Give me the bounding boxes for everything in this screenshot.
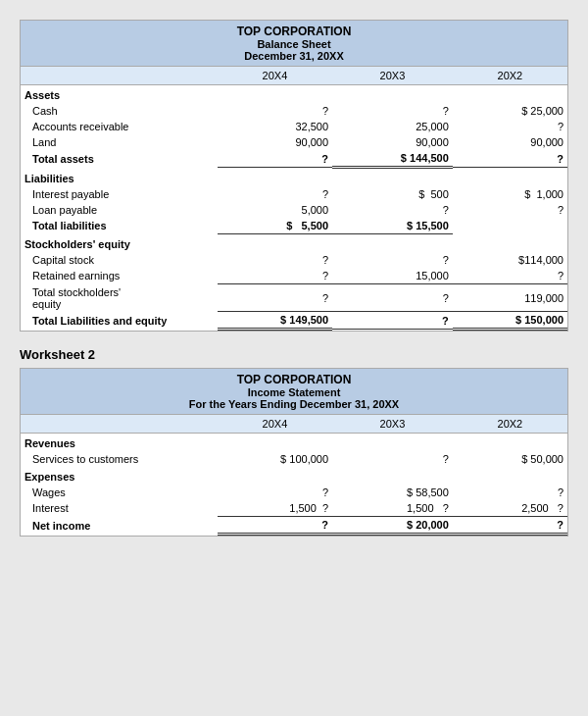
liabilities-header-row: Liabilities xyxy=(21,168,567,187)
balance-sheet-container: TOP CORPORATION Balance Sheet December 3… xyxy=(20,20,568,332)
income-statement-header: TOP CORPORATION Income Statement For the… xyxy=(21,369,567,414)
net-income-row: Net income ? $ 20,000 ? xyxy=(21,517,567,535)
interest-row: Interest 1,500 ? 1,500 ? 2,500 ? xyxy=(21,500,567,517)
land-label: Land xyxy=(21,134,218,150)
ar-20x2: ? xyxy=(453,119,567,134)
ar-label: Accounts receivable xyxy=(21,119,218,134)
liabilities-header-label: Liabilities xyxy=(21,168,567,187)
interest-label: Interest xyxy=(21,500,218,517)
balance-sheet-header: TOP CORPORATION Balance Sheet December 3… xyxy=(21,21,567,66)
land-20x3: 90,000 xyxy=(332,134,453,150)
total-equity-20x3: ? xyxy=(332,284,453,312)
equity-header-row: Stockholders' equity xyxy=(21,234,567,253)
retained-earnings-row: Retained earnings ? 15,000 ? xyxy=(21,268,567,284)
ar-row: Accounts receivable 32,500 25,000 ? xyxy=(21,119,567,134)
capital-stock-row: Capital stock ? ? $114,000 xyxy=(21,252,567,268)
capital-stock-label: Capital stock xyxy=(21,252,218,268)
bs-col-20x4: 20X4 xyxy=(218,67,332,85)
loan-payable-20x2: ? xyxy=(453,202,567,218)
land-20x4: 90,000 xyxy=(218,134,332,150)
bs-title: Balance Sheet xyxy=(23,38,565,50)
total-liabilities-label: Total liabilities xyxy=(21,218,218,234)
loan-payable-label: Loan payable xyxy=(21,202,218,218)
interest-payable-row: Interest payable ? $ 500 $ 1,000 xyxy=(21,186,567,202)
services-label: Services to customers xyxy=(21,451,218,467)
total-assets-20x2: ? xyxy=(453,150,567,168)
revenues-header-label: Revenues xyxy=(21,434,567,452)
income-statement-container: TOP CORPORATION Income Statement For the… xyxy=(20,368,568,537)
cash-row: Cash ? ? $ 25,000 xyxy=(21,103,567,119)
services-row: Services to customers $ 100,000 ? $ 50,0… xyxy=(21,451,567,467)
land-row: Land 90,000 90,000 90,000 xyxy=(21,134,567,150)
net-income-20x2: ? xyxy=(453,517,567,535)
total-liabilities-20x3: $ 15,500 xyxy=(332,218,453,234)
interest-20x2: 2,500 ? xyxy=(453,500,567,517)
wages-20x2: ? xyxy=(453,485,567,500)
ar-20x4: 32,500 xyxy=(218,119,332,134)
loan-payable-20x4: 5,000 xyxy=(218,202,332,218)
total-equity-label: Total stockholders'equity xyxy=(21,284,218,312)
is-col-20x2: 20X2 xyxy=(453,415,567,434)
total-assets-20x3: $ 144,500 xyxy=(332,150,453,168)
wages-row: Wages ? $ 58,500 ? xyxy=(21,485,567,500)
interest-20x3: 1,500 ? xyxy=(332,500,453,517)
total-liabilities-equity-label: Total Liabilities and equity xyxy=(21,312,218,330)
total-liabilities-20x4: $ 5,500 xyxy=(218,218,332,234)
land-20x2: 90,000 xyxy=(453,134,567,150)
services-20x4: $ 100,000 xyxy=(218,451,332,467)
bs-col-20x2: 20X2 xyxy=(453,67,567,85)
is-col-empty xyxy=(21,415,218,434)
total-liabilities-equity-row: Total Liabilities and equity $ 149,500 ?… xyxy=(21,312,567,330)
bs-date: December 31, 20XX xyxy=(23,50,565,62)
balance-sheet-table: 20X4 20X3 20X2 Assets Cash ? ? $ 25,000 … xyxy=(21,66,567,331)
net-income-20x4: ? xyxy=(218,517,332,535)
total-equity-20x4: ? xyxy=(218,284,332,312)
total-assets-row: Total assets ? $ 144,500 ? xyxy=(21,150,567,168)
services-20x3: ? xyxy=(332,451,453,467)
bs-column-headers: 20X4 20X3 20X2 xyxy=(21,67,567,85)
cash-20x2: $ 25,000 xyxy=(453,103,567,119)
cash-20x4: ? xyxy=(218,103,332,119)
total-le-20x4: $ 149,500 xyxy=(218,312,332,330)
interest-payable-20x4: ? xyxy=(218,186,332,202)
bs-col-20x3: 20X3 xyxy=(332,67,453,85)
assets-header-row: Assets xyxy=(21,85,567,104)
services-20x2: $ 50,000 xyxy=(453,451,567,467)
interest-payable-20x3: $ 500 xyxy=(332,186,453,202)
wages-label: Wages xyxy=(21,485,218,500)
is-col-20x3: 20X3 xyxy=(332,415,453,434)
interest-payable-label: Interest payable xyxy=(21,186,218,202)
revenues-header-row: Revenues xyxy=(21,434,567,452)
is-company: TOP CORPORATION xyxy=(23,373,565,386)
loan-payable-row: Loan payable 5,000 ? ? xyxy=(21,202,567,218)
total-assets-label: Total assets xyxy=(21,150,218,168)
expenses-header-row: Expenses xyxy=(21,467,567,485)
wages-20x3: $ 58,500 xyxy=(332,485,453,500)
capital-stock-20x4: ? xyxy=(218,252,332,268)
wages-20x4: ? xyxy=(218,485,332,500)
total-le-20x3: ? xyxy=(332,312,453,330)
expenses-header-label: Expenses xyxy=(21,467,567,485)
assets-header-label: Assets xyxy=(21,85,567,104)
net-income-label: Net income xyxy=(21,517,218,535)
loan-payable-20x3: ? xyxy=(332,202,453,218)
total-equity-20x2: 119,000 xyxy=(453,284,567,312)
interest-payable-20x2: $ 1,000 xyxy=(453,186,567,202)
income-statement-table: 20X4 20X3 20X2 Revenues Services to cust… xyxy=(21,414,567,536)
is-column-headers: 20X4 20X3 20X2 xyxy=(21,415,567,434)
interest-20x4: 1,500 ? xyxy=(218,500,332,517)
retained-earnings-20x4: ? xyxy=(218,268,332,284)
net-income-20x3: $ 20,000 xyxy=(332,517,453,535)
equity-header-label: Stockholders' equity xyxy=(21,234,567,253)
is-col-20x4: 20X4 xyxy=(218,415,332,434)
retained-earnings-20x2: ? xyxy=(453,268,567,284)
worksheet2-label: Worksheet 2 xyxy=(20,347,568,362)
capital-stock-20x3: ? xyxy=(332,252,453,268)
retained-earnings-label: Retained earnings xyxy=(21,268,218,284)
is-title: Income Statement xyxy=(23,386,565,398)
capital-stock-20x2: $114,000 xyxy=(453,252,567,268)
retained-earnings-20x3: 15,000 xyxy=(332,268,453,284)
cash-label: Cash xyxy=(21,103,218,119)
total-liabilities-20x2 xyxy=(453,218,567,234)
ar-20x3: 25,000 xyxy=(332,119,453,134)
